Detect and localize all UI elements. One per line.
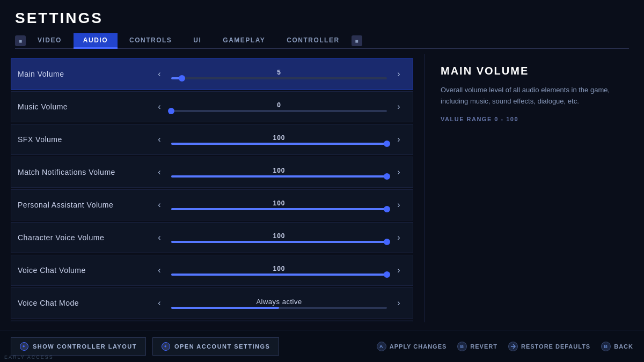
- arrow-left-match-notifications[interactable]: ‹: [152, 165, 167, 180]
- setting-control-sfx-volume: ‹ 100 ›: [152, 132, 406, 147]
- slider-thumb-sfx-volume[interactable]: [384, 141, 390, 147]
- arrow-right-main-volume[interactable]: ›: [391, 67, 406, 82]
- slider-thumb-main-volume[interactable]: [179, 75, 185, 82]
- show-controller-layout-button[interactable]: ● SHOW CONTROLLER LAYOUT: [11, 337, 146, 356]
- info-title: MAIN VOLUME: [441, 65, 628, 77]
- slider-track-voice-chat-mode: [171, 307, 387, 309]
- setting-row-audio-preset[interactable]: Audio Preset ‹ Off ›: [11, 320, 413, 322]
- arrow-left-voice-chat-mode[interactable]: ‹: [152, 295, 167, 311]
- arrow-left-music-volume[interactable]: ‹: [152, 99, 167, 114]
- setting-control-character-voice: ‹ 100 ›: [152, 230, 406, 245]
- slider-track-music-volume[interactable]: [171, 110, 387, 112]
- tab-video[interactable]: VIDEO: [28, 33, 71, 49]
- slider-personal-assistant[interactable]: 100: [171, 200, 387, 210]
- open-account-label: OPEN ACCOUNT SETTINGS: [174, 343, 270, 350]
- slider-value-character-voice: 100: [273, 232, 285, 240]
- setting-label-voice-chat: Voice Chat Volume: [18, 266, 152, 275]
- slider-track-personal-assistant[interactable]: [171, 208, 387, 210]
- slider-value-sfx-volume: 100: [273, 134, 285, 142]
- tab-ui[interactable]: UI: [184, 33, 211, 49]
- arrow-right-sfx-volume[interactable]: ›: [391, 132, 406, 147]
- apply-changes-button[interactable]: A Apply changes: [377, 342, 447, 351]
- apply-icon: A: [377, 342, 386, 351]
- slider-fill-voice-chat-mode: [171, 307, 279, 309]
- setting-label-character-voice: Character Voice Volume: [18, 233, 152, 242]
- back-icon: B: [601, 342, 611, 351]
- setting-control-voice-chat: ‹ 100 ›: [152, 263, 406, 278]
- revert-button[interactable]: B Revert: [457, 342, 497, 351]
- info-description: Overall volume level of all audio elemen…: [441, 85, 628, 107]
- slider-thumb-character-voice[interactable]: [384, 239, 390, 245]
- slider-thumb-personal-assistant[interactable]: [384, 206, 390, 212]
- arrow-left-sfx-volume[interactable]: ‹: [152, 132, 167, 147]
- slider-value-personal-assistant: 100: [273, 200, 285, 207]
- slider-sfx-volume[interactable]: 100: [171, 134, 387, 145]
- tab-audio[interactable]: AUDIO: [74, 33, 118, 49]
- back-button[interactable]: B Back: [601, 342, 633, 351]
- tab-controller[interactable]: CONTROLLER: [277, 33, 349, 49]
- restore-defaults-button[interactable]: Restore Defaults: [508, 342, 590, 351]
- setting-row-character-voice[interactable]: Character Voice Volume ‹ 100 ›: [11, 222, 413, 253]
- setting-control-main-volume: ‹ 5 ›: [152, 67, 406, 82]
- slider-thumb-music-volume[interactable]: [168, 108, 174, 114]
- select-voice-chat-mode[interactable]: Always active: [171, 298, 387, 309]
- slider-thumb-match-notifications[interactable]: [384, 173, 390, 180]
- setting-label-music-volume: Music Volume: [18, 102, 152, 111]
- slider-value-match-notifications: 100: [273, 167, 285, 174]
- arrow-right-character-voice[interactable]: ›: [391, 230, 406, 245]
- setting-row-voice-chat[interactable]: Voice Chat Volume ‹ 100 ›: [11, 255, 413, 286]
- page-title: SETTINGS: [15, 10, 629, 27]
- nav-icon-left[interactable]: ■: [15, 35, 26, 46]
- tab-controls[interactable]: CONTROLS: [120, 33, 181, 49]
- bottom-left: ● SHOW CONTROLLER LAYOUT ● OPEN ACCOUNT …: [11, 337, 377, 356]
- header: SETTINGS ■ VIDEO AUDIO CONTROLS UI GAMEP…: [0, 0, 644, 54]
- slider-voice-chat[interactable]: 100: [171, 265, 387, 276]
- arrow-left-personal-assistant[interactable]: ‹: [152, 197, 167, 212]
- tab-gameplay[interactable]: GAMEPLAY: [213, 33, 275, 49]
- slider-thumb-voice-chat[interactable]: [384, 271, 390, 278]
- setting-control-match-notifications: ‹ 100 ›: [152, 165, 406, 180]
- slider-track-main-volume[interactable]: [171, 77, 387, 79]
- settings-list: Main Volume ‹ 5 › Music Volume ‹ 0: [0, 54, 424, 322]
- slider-value-voice-chat: 100: [273, 265, 285, 272]
- setting-row-music-volume[interactable]: Music Volume ‹ 0 ›: [11, 91, 413, 122]
- controller-icon: ●: [20, 342, 28, 351]
- slider-fill-sfx-volume: [171, 143, 387, 145]
- slider-track-sfx-volume[interactable]: [171, 143, 387, 145]
- setting-row-sfx-volume[interactable]: SFX Volume ‹ 100 ›: [11, 124, 413, 155]
- slider-music-volume[interactable]: 0: [171, 101, 387, 112]
- slider-track-voice-chat[interactable]: [171, 274, 387, 276]
- setting-label-main-volume: Main Volume: [18, 70, 152, 78]
- slider-match-notifications[interactable]: 100: [171, 167, 387, 178]
- bottom-bar: ● SHOW CONTROLLER LAYOUT ● OPEN ACCOUNT …: [0, 330, 644, 362]
- bottom-right: A Apply changes B Revert Restore Default…: [377, 342, 633, 351]
- slider-fill-personal-assistant: [171, 208, 387, 210]
- text-value-voice-chat-mode: Always active: [256, 298, 302, 306]
- arrow-right-music-volume[interactable]: ›: [391, 99, 406, 114]
- arrow-left-character-voice[interactable]: ‹: [152, 230, 167, 245]
- restore-icon: [508, 342, 518, 351]
- slider-character-voice[interactable]: 100: [171, 232, 387, 243]
- slider-track-match-notifications[interactable]: [171, 175, 387, 178]
- slider-fill-character-voice: [171, 241, 387, 243]
- setting-label-personal-assistant: Personal Assistant Volume: [18, 201, 152, 209]
- arrow-left-main-volume[interactable]: ‹: [152, 67, 167, 82]
- slider-value-music-volume: 0: [277, 101, 281, 109]
- setting-row-match-notifications[interactable]: Match Notifications Volume ‹ 100 ›: [11, 157, 413, 188]
- slider-track-character-voice[interactable]: [171, 241, 387, 243]
- arrow-right-personal-assistant[interactable]: ›: [391, 197, 406, 212]
- setting-control-personal-assistant: ‹ 100 ›: [152, 197, 406, 212]
- setting-row-main-volume[interactable]: Main Volume ‹ 5 ›: [11, 58, 413, 90]
- nav-icon-right[interactable]: ■: [352, 35, 362, 46]
- arrow-left-voice-chat[interactable]: ‹: [152, 263, 167, 278]
- setting-label-sfx-volume: SFX Volume: [18, 135, 152, 144]
- open-account-settings-button[interactable]: ● OPEN ACCOUNT SETTINGS: [152, 337, 279, 356]
- slider-fill-match-notifications: [171, 175, 387, 178]
- info-panel: MAIN VOLUME Overall volume level of all …: [424, 54, 644, 322]
- setting-row-personal-assistant[interactable]: Personal Assistant Volume ‹ 100 ›: [11, 189, 413, 220]
- slider-main-volume[interactable]: 5: [171, 69, 387, 79]
- setting-row-voice-chat-mode[interactable]: Voice Chat Mode ‹ Always active ›: [11, 287, 413, 319]
- arrow-right-voice-chat-mode[interactable]: ›: [391, 295, 406, 311]
- arrow-right-voice-chat[interactable]: ›: [391, 263, 406, 278]
- arrow-right-match-notifications[interactable]: ›: [391, 165, 406, 180]
